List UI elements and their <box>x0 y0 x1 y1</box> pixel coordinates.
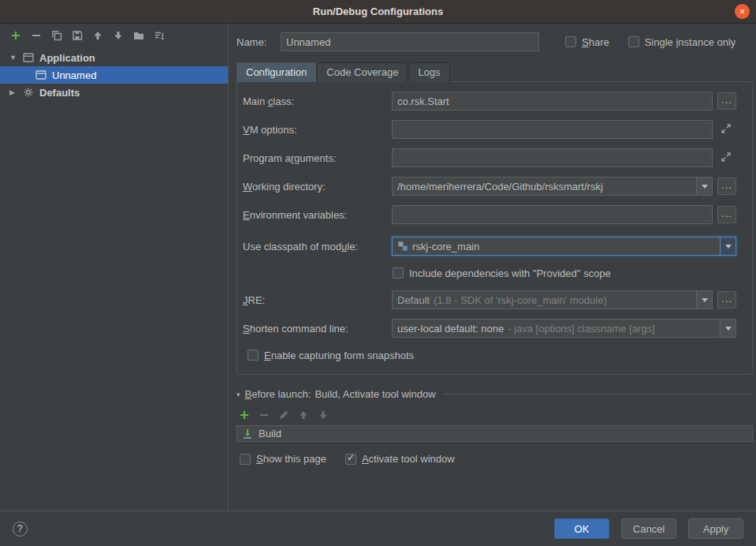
environment-variables-field[interactable] <box>392 205 713 224</box>
working-directory-value: /home/meriherrera/Code/Github/rsksmart/r… <box>397 181 603 193</box>
folder-icon <box>132 29 145 42</box>
chevron-down-icon <box>725 327 732 331</box>
vm-options-expand-button[interactable] <box>720 122 734 136</box>
checkbox-box-icon: ✓ <box>345 454 356 465</box>
module-row: Use classpath of module: rskj-core_main <box>243 237 736 256</box>
shorten-command-line-label: Shorten command line: <box>243 323 392 335</box>
name-input[interactable] <box>281 32 539 51</box>
name-label: Name: <box>236 36 281 48</box>
expand-icon <box>720 151 732 163</box>
move-task-down-button[interactable] <box>317 409 328 420</box>
environment-variables-browse-button[interactable]: ... <box>717 206 736 223</box>
edit-task-button[interactable] <box>277 409 289 420</box>
copy-icon <box>50 29 63 42</box>
before-launch-item-build[interactable]: Build <box>236 425 753 442</box>
new-folder-button[interactable] <box>132 29 145 42</box>
activate-tool-window-checkbox[interactable]: ✓ Activate tool window <box>345 453 455 465</box>
share-label: Share <box>582 36 609 48</box>
show-this-page-checkbox[interactable]: Show this page <box>240 453 326 465</box>
include-provided-checkbox[interactable]: Include dependencies with "Provided" sco… <box>393 267 611 279</box>
single-instance-checkbox[interactable]: Single instance only <box>628 36 736 48</box>
enable-capturing-checkbox[interactable]: Enable capturing form snapshots <box>248 350 414 361</box>
include-provided-label: Include dependencies with "Provided" sco… <box>409 267 611 279</box>
working-directory-combo[interactable]: /home/meriherrera/Code/Github/rsksmart/r… <box>392 177 713 196</box>
before-launch-toolbar <box>238 409 753 420</box>
before-launch-options: Show this page ✓ Activate tool window <box>236 453 753 465</box>
collapsed-arrow-icon[interactable]: ▶ <box>9 88 22 96</box>
share-checkbox[interactable]: Share <box>565 36 609 48</box>
module-dropdown-button[interactable] <box>720 237 736 255</box>
remove-task-button[interactable] <box>258 409 269 420</box>
working-directory-browse-button[interactable]: ... <box>717 178 736 195</box>
vm-options-field[interactable] <box>392 120 713 139</box>
move-down-button[interactable] <box>112 29 125 42</box>
program-arguments-input[interactable] <box>393 149 712 166</box>
environment-variables-label: Environment variables: <box>243 209 392 221</box>
expanded-arrow-icon[interactable]: ▼ <box>9 54 22 62</box>
show-this-page-label: Show this page <box>256 453 326 465</box>
tab-configuration[interactable]: Configuration <box>236 62 316 82</box>
copy-config-button[interactable] <box>50 29 63 42</box>
jre-dropdown-button[interactable] <box>696 291 712 309</box>
vm-options-label: VM options: <box>243 124 392 136</box>
tree-item-application[interactable]: ▼ Application <box>0 49 228 66</box>
jre-value: Default <box>397 294 430 306</box>
checkbox-box-icon <box>240 454 251 465</box>
remove-config-button[interactable] <box>30 29 43 42</box>
move-up-button[interactable] <box>91 29 104 42</box>
program-arguments-field[interactable] <box>392 148 713 167</box>
move-task-up-button[interactable] <box>297 409 308 420</box>
save-config-button[interactable] <box>71 29 84 42</box>
add-task-button[interactable] <box>238 409 249 420</box>
module-value: rskj-core_main <box>412 241 479 252</box>
main-class-input[interactable] <box>393 92 712 110</box>
help-button[interactable]: ? <box>13 522 28 537</box>
add-config-button[interactable] <box>9 29 22 42</box>
tab-code-coverage[interactable]: Code Coverage <box>317 62 408 82</box>
sort-configs-button[interactable] <box>153 29 166 42</box>
tree-item-unnamed[interactable]: Unnamed <box>0 66 228 84</box>
arrow-up-icon <box>91 29 104 42</box>
plus-icon <box>9 29 22 42</box>
shorten-value: user-local default: none <box>397 323 504 335</box>
dialog-body: ▼ Application Unnamed ▶ Defaults <box>0 24 756 510</box>
tree-item-label: Application <box>39 52 95 64</box>
jre-combo[interactable]: Default(1.8 - SDK of 'rskj-core_main' mo… <box>392 290 713 309</box>
pencil-icon <box>277 409 290 421</box>
apply-button[interactable]: Apply <box>688 518 743 539</box>
chevron-down-icon <box>725 245 732 249</box>
before-launch-header: ▾ Before launch: Build, Activate tool wi… <box>236 388 753 400</box>
module-combo[interactable]: rskj-core_main <box>392 237 736 256</box>
ok-button[interactable]: OK <box>554 518 609 539</box>
checkbox-box-icon <box>565 36 576 47</box>
jre-browse-button[interactable]: ... <box>717 291 736 309</box>
footer: ? OK Cancel Apply <box>0 510 756 546</box>
tab-logs[interactable]: Logs <box>408 62 449 82</box>
minus-icon <box>30 29 43 42</box>
shorten-dropdown-button[interactable] <box>720 320 736 337</box>
application-icon <box>22 51 35 64</box>
cancel-button[interactable]: Cancel <box>621 518 676 539</box>
name-row: Name: Share Single instance only <box>236 32 753 52</box>
section-collapse-icon[interactable]: ▾ <box>236 391 240 398</box>
vm-options-input[interactable] <box>393 121 712 138</box>
enable-capturing-row: Enable capturing form snapshots <box>248 347 736 363</box>
jre-row: JRE: Default(1.8 - SDK of 'rskj-core_mai… <box>243 290 736 309</box>
main-class-field[interactable] <box>392 92 713 110</box>
before-launch-summary: Build, Activate tool window <box>315 388 435 400</box>
separator-line <box>443 394 753 395</box>
environment-variables-input[interactable] <box>393 206 712 223</box>
close-button[interactable]: × <box>735 4 750 19</box>
working-directory-dropdown-button[interactable] <box>696 178 712 195</box>
defaults-gear-icon <box>22 86 35 99</box>
main-class-label: Main class: <box>243 95 392 107</box>
shorten-command-line-combo[interactable]: user-local default: none- java [options]… <box>392 319 736 338</box>
jre-value-detail: (1.8 - SDK of 'rskj-core_main' module) <box>434 294 607 306</box>
save-icon <box>71 29 84 42</box>
main-class-browse-button[interactable]: ... <box>717 92 736 110</box>
single-instance-label: Single instance only <box>645 36 736 48</box>
tree-item-defaults[interactable]: ▶ Defaults <box>0 84 228 101</box>
program-arguments-expand-button[interactable] <box>720 151 734 165</box>
shorten-value-detail: - java [options] classname [args] <box>508 323 654 335</box>
build-icon <box>241 428 254 440</box>
